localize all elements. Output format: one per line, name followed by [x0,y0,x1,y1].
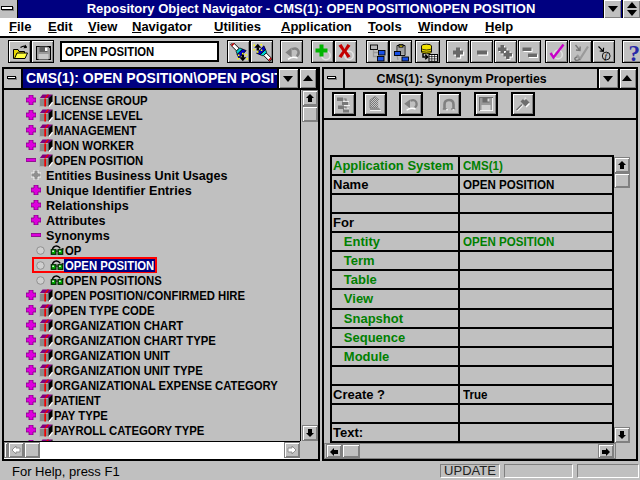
svg-text:?: ? [629,43,640,62]
